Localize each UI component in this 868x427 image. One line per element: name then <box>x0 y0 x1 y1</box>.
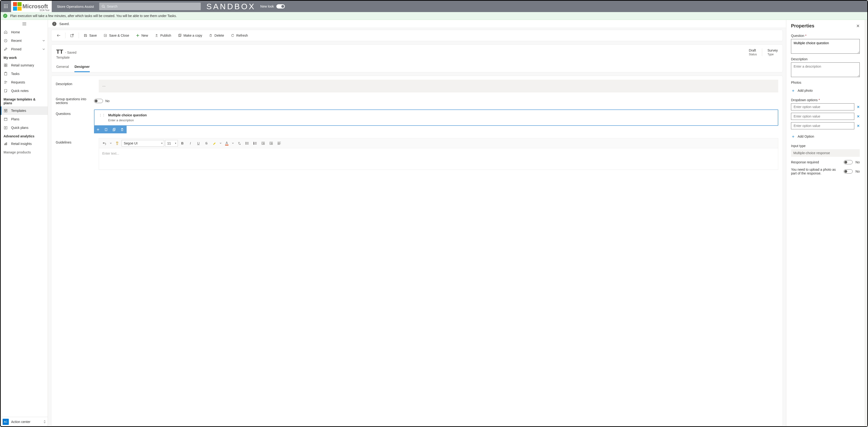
sidebar-item-pinned[interactable]: Pinned <box>1 45 48 53</box>
rte-textarea[interactable]: Enter text... <box>99 148 778 170</box>
sidebar-item-tasks[interactable]: Tasks <box>1 69 48 78</box>
number-list-button[interactable]: 123 <box>252 140 259 147</box>
popout-icon <box>70 34 74 37</box>
svg-point-9 <box>102 5 104 7</box>
save-close-button[interactable]: Save & Close <box>101 31 132 40</box>
underline-button[interactable]: U <box>195 140 202 147</box>
publish-button[interactable]: Publish <box>152 31 174 40</box>
expand-icon[interactable] <box>43 420 46 423</box>
sidebar-item-recent[interactable]: Recent <box>1 36 48 45</box>
close-button[interactable]: ✕ <box>856 23 860 29</box>
sidebar-item-retail-summary[interactable]: Retail summary <box>1 61 48 69</box>
indent-button[interactable] <box>268 140 275 147</box>
drag-handle-icon[interactable]: ⋮⋮ <box>99 113 105 122</box>
status-field: Draft Status <box>749 49 757 56</box>
sidebar-item-requests[interactable]: Requests <box>1 78 48 87</box>
svg-rect-29 <box>4 144 5 145</box>
font-color-button[interactable]: A <box>223 140 230 147</box>
sidebar-item-plans[interactable]: Plans <box>1 115 48 123</box>
dashboard-icon <box>4 63 8 67</box>
font-color-dropdown[interactable] <box>231 140 235 147</box>
sidebar-item-label: Quick notes <box>11 89 29 93</box>
search-input[interactable] <box>107 4 198 8</box>
make-copy-button[interactable]: Make a copy <box>175 31 205 40</box>
questions-label: Questions <box>56 110 94 116</box>
format-painter-button[interactable] <box>114 140 121 147</box>
copy-icon <box>178 34 182 37</box>
tabs: General Designer <box>56 64 778 72</box>
delete-question-button[interactable] <box>118 126 126 133</box>
logo[interactable]: Microsoft SOA Test <box>11 1 52 12</box>
outdent-button[interactable] <box>259 140 267 147</box>
edit-question-button[interactable] <box>102 126 110 133</box>
font-size-select[interactable]: 11▾ <box>165 140 178 147</box>
copy-question-button[interactable] <box>110 126 118 133</box>
undo-button[interactable] <box>101 140 108 147</box>
remove-option-button[interactable]: ✕ <box>857 124 860 128</box>
new-look-toggle[interactable]: New look <box>260 4 285 8</box>
italic-button[interactable]: I <box>187 140 194 147</box>
bullet-list-button[interactable] <box>244 140 251 147</box>
upload-photo-value: No <box>856 170 860 173</box>
option-input[interactable] <box>791 122 854 129</box>
scrollbar[interactable] <box>864 20 867 426</box>
svg-rect-26 <box>4 118 7 121</box>
description-field-label: Description <box>791 57 860 61</box>
align-button[interactable] <box>276 140 283 147</box>
sidebar-item-quick-notes[interactable]: Quick notes <box>1 87 48 95</box>
sidebar-item-label: Home <box>11 30 20 34</box>
info-icon: i <box>52 22 57 26</box>
remove-option-button[interactable]: ✕ <box>857 114 860 119</box>
action-center[interactable]: AC Action center <box>1 417 48 426</box>
question-field-label: Question * <box>791 34 860 37</box>
svg-rect-15 <box>4 64 5 65</box>
group-sections-toggle[interactable] <box>94 99 103 103</box>
add-question-button[interactable] <box>94 126 102 133</box>
action-center-badge: AC <box>3 419 9 425</box>
remove-option-button[interactable]: ✕ <box>857 105 860 109</box>
question-card[interactable]: ⋮⋮ Multiple choice question Enter a desc… <box>94 110 778 126</box>
hamburger-icon[interactable] <box>1 20 48 28</box>
plus-icon: ＋ <box>791 134 795 139</box>
search-box[interactable] <box>99 3 201 10</box>
tab-designer[interactable]: Designer <box>74 64 90 72</box>
save-button[interactable]: Save <box>81 31 100 40</box>
question-field-input[interactable] <box>791 39 860 54</box>
upload-icon <box>155 34 158 37</box>
sidebar-item-retail-insights[interactable]: Retail insights <box>1 140 48 148</box>
waffle-icon[interactable] <box>1 1 11 12</box>
type-field: Survey Type <box>767 49 778 56</box>
description-input[interactable]: --- <box>99 80 778 92</box>
delete-button[interactable]: Delete <box>206 31 227 40</box>
new-look-label: New look <box>260 4 274 8</box>
add-option-button[interactable]: ＋ Add Option <box>791 132 860 141</box>
highlight-dropdown[interactable] <box>219 140 222 147</box>
bold-button[interactable]: B <box>179 140 186 147</box>
sidebar-item-home[interactable]: Home <box>1 28 48 36</box>
sidebar-item-label: Recent <box>11 39 22 42</box>
highlight-button[interactable] <box>211 140 218 147</box>
new-button[interactable]: New <box>133 31 151 40</box>
rte-toolbar: Segoe UI▾ 11▾ B I U S A <box>99 138 778 148</box>
undo-dropdown[interactable] <box>109 140 113 147</box>
option-input[interactable] <box>791 103 854 110</box>
record-title: TT <box>56 49 63 55</box>
back-button[interactable] <box>54 31 63 40</box>
clear-format-button[interactable] <box>236 140 243 147</box>
font-family-select[interactable]: Segoe UI▾ <box>122 140 164 147</box>
sidebar-item-templates[interactable]: Templates <box>1 106 48 115</box>
svg-point-38 <box>246 142 246 143</box>
response-required-toggle[interactable] <box>844 160 852 164</box>
upload-photo-toggle[interactable] <box>844 169 852 174</box>
sidebar-item-label: Tasks <box>11 72 20 76</box>
sidebar-item-quick-plans[interactable]: Quick plans <box>1 123 48 132</box>
option-input[interactable] <box>791 113 854 120</box>
refresh-button[interactable]: Refresh <box>228 31 251 40</box>
open-new-window-button[interactable] <box>67 31 77 40</box>
strikethrough-button[interactable]: S <box>203 140 210 147</box>
svg-rect-17 <box>4 65 5 67</box>
tab-general[interactable]: General <box>56 64 69 72</box>
add-photo-button[interactable]: ＋ Add photo <box>791 86 860 95</box>
description-field-input[interactable] <box>791 62 860 77</box>
svg-rect-8 <box>7 7 7 8</box>
